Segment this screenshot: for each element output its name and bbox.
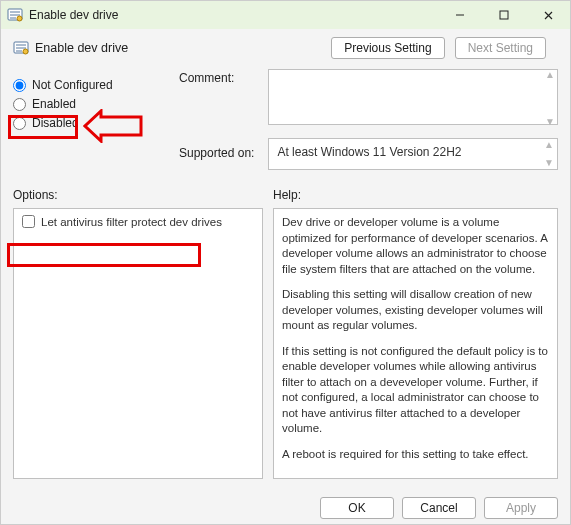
help-paragraph: Disabling this setting will disallow cre… [282, 287, 549, 334]
radio-enabled-label: Enabled [32, 97, 76, 111]
minimize-button[interactable] [438, 1, 482, 29]
help-box: Dev drive or developer volume is a volum… [273, 208, 558, 479]
policy-icon [7, 7, 23, 23]
help-paragraph: A reboot is required for this setting to… [282, 447, 549, 463]
radio-not-configured[interactable] [13, 79, 26, 92]
radio-disabled[interactable] [13, 117, 26, 130]
state-radio-group: Not Configured Enabled Disabled [13, 69, 173, 170]
main-panel: Enable dev drive Previous Setting Next S… [1, 29, 570, 525]
ok-button[interactable]: OK [320, 497, 394, 519]
close-button[interactable] [526, 1, 570, 29]
apply-button: Apply [484, 497, 558, 519]
options-box: Let antivirus filter protect dev drives [13, 208, 263, 479]
policy-icon [13, 40, 29, 56]
svg-point-4 [23, 49, 28, 54]
antivirus-filter-checkbox[interactable] [22, 215, 35, 228]
scroll-down-icon: ▼ [545, 116, 555, 128]
options-header: Options: [13, 188, 263, 202]
scroll-up-icon: ▲ [544, 139, 554, 151]
comment-textarea[interactable] [268, 69, 558, 125]
svg-point-1 [17, 16, 22, 21]
help-paragraph: Dev drive or developer volume is a volum… [282, 215, 549, 277]
antivirus-filter-label: Let antivirus filter protect dev drives [41, 216, 222, 228]
scroll-down-icon: ▼ [544, 157, 554, 169]
supported-on-label: Supported on: [179, 138, 258, 170]
help-header: Help: [273, 188, 558, 202]
comment-label: Comment: [179, 69, 258, 128]
maximize-button[interactable] [482, 1, 526, 29]
policy-title: Enable dev drive [35, 41, 128, 55]
svg-rect-2 [500, 11, 508, 19]
cancel-button[interactable]: Cancel [402, 497, 476, 519]
help-paragraph: If this setting is not configured the de… [282, 344, 549, 437]
previous-setting-button[interactable]: Previous Setting [331, 37, 444, 59]
radio-disabled-label: Disabled [32, 116, 79, 130]
radio-enabled[interactable] [13, 98, 26, 111]
radio-not-configured-label: Not Configured [32, 78, 113, 92]
supported-on-text: At least Windows 11 Version 22H2 [277, 145, 461, 159]
window-title: Enable dev drive [29, 8, 118, 22]
next-setting-button: Next Setting [455, 37, 546, 59]
scroll-up-icon: ▲ [545, 69, 555, 81]
supported-on-value: At least Windows 11 Version 22H2 ▲ ▼ [268, 138, 558, 170]
title-bar: Enable dev drive [1, 1, 570, 29]
bottom-button-bar: OK Cancel Apply [1, 490, 570, 525]
